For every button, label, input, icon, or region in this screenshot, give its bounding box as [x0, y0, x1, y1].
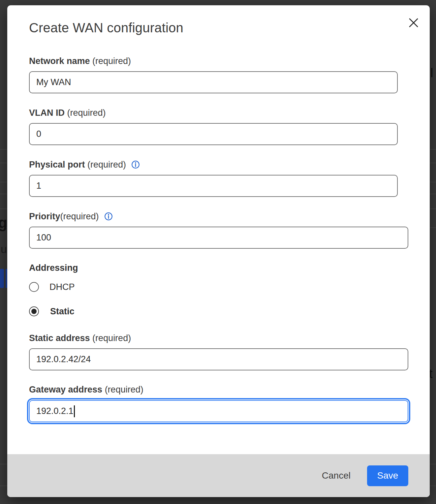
background-text-fragment: u	[1, 243, 7, 256]
priority-label: Priority(required)	[29, 211, 408, 222]
addressing-heading: Addressing	[29, 262, 408, 273]
vlan-id-value: 0	[36, 129, 41, 139]
network-name-value: My WAN	[36, 77, 71, 87]
dialog-body: Create WAN configuration Network name (r…	[7, 5, 430, 454]
info-icon[interactable]	[104, 212, 113, 221]
info-icon[interactable]	[131, 160, 140, 169]
physical-port-label: Physical port (required)	[29, 159, 408, 170]
physical-port-value: 1	[36, 181, 41, 191]
priority-input[interactable]: 100	[29, 227, 408, 249]
background-blue-button-sliver	[0, 269, 4, 288]
radio-option-dhcp[interactable]: DHCP	[29, 281, 408, 293]
dialog-footer: Cancel Save	[7, 454, 430, 497]
text-cursor	[74, 405, 75, 417]
vlan-id-input[interactable]: 0	[29, 123, 398, 145]
radio-label-static: Static	[50, 306, 75, 317]
static-address-input[interactable]: 192.0.2.42/24	[29, 348, 408, 370]
cancel-button[interactable]: Cancel	[322, 467, 351, 484]
priority-value: 100	[36, 233, 51, 243]
physical-port-input[interactable]: 1	[29, 175, 398, 197]
close-button[interactable]	[408, 17, 419, 28]
background-text-fragment: l	[430, 66, 433, 80]
radio-option-static[interactable]: Static	[29, 305, 408, 317]
static-address-label: Static address (required)	[29, 332, 408, 344]
static-address-value: 192.0.2.42/24	[36, 354, 91, 364]
dialog-title: Create WAN configuration	[29, 20, 408, 36]
radio-selected-icon	[29, 306, 39, 316]
radio-unselected-icon	[29, 282, 39, 292]
vlan-id-label: VLAN ID (required)	[29, 107, 408, 118]
network-name-label: Network name (required)	[29, 55, 408, 67]
save-button[interactable]: Save	[367, 465, 408, 486]
radio-label-dhcp: DHCP	[49, 282, 75, 292]
create-wan-configuration-dialog: Create WAN configuration Network name (r…	[7, 5, 430, 497]
gateway-address-value: 192.0.2.1	[36, 406, 74, 416]
gateway-address-input[interactable]: 192.0.2.1	[29, 400, 408, 422]
gateway-address-label: Gateway address (required)	[29, 384, 408, 395]
network-name-input[interactable]: My WAN	[29, 71, 398, 93]
close-icon	[409, 18, 419, 28]
